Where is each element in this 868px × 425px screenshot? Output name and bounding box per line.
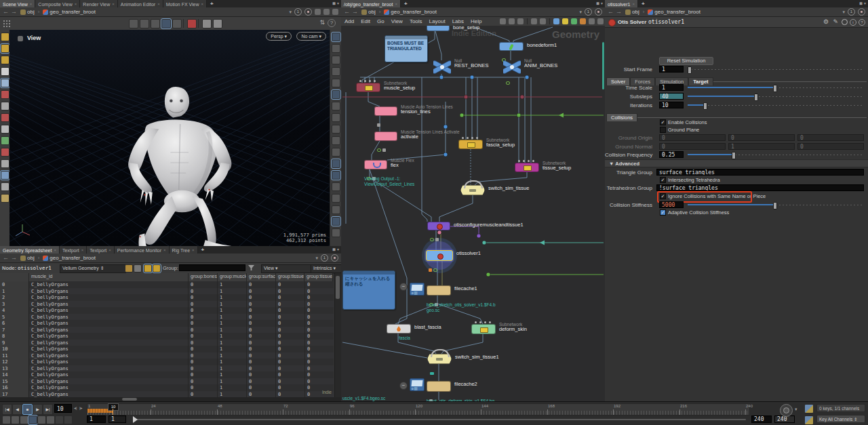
note-bones[interactable]: BONES MUST BE TRIANGULATED xyxy=(384,35,428,62)
checkbox-ground-plane[interactable] xyxy=(660,127,666,133)
input-dot[interactable] xyxy=(359,80,361,82)
note-cache[interactable]: にキャッシュを入れる縮される xyxy=(342,270,395,310)
tab-scene-view[interactable]: Scene View× xyxy=(0,0,35,7)
pose-tool-icon[interactable] xyxy=(1,90,9,99)
param-field-ground-normal-0[interactable]: 0 xyxy=(659,143,726,150)
tab-motion-fx-view[interactable]: Motion FX View× xyxy=(163,0,207,7)
table-row[interactable]: 10C_bellyOrgans01000 xyxy=(0,346,334,352)
handles-icon[interactable] xyxy=(332,159,340,168)
new-tab-button[interactable]: + xyxy=(198,246,208,254)
menu-tools[interactable]: Tools xyxy=(406,17,426,26)
node-otisconfiguremuscleandtissue1[interactable] xyxy=(427,222,450,230)
sync-badge[interactable]: 1 xyxy=(848,8,855,16)
color-palette-icon[interactable] xyxy=(553,18,559,24)
node-fascia-setup[interactable] xyxy=(458,140,483,149)
table-row[interactable]: 3C_bellyOrgans01000 xyxy=(0,301,334,308)
input-dot[interactable] xyxy=(484,321,486,323)
rocket-icon[interactable] xyxy=(1,113,9,122)
snapshot-icon[interactable] xyxy=(332,33,340,41)
column-header-group-muscles[interactable]: group:muscles, xyxy=(218,273,247,281)
node-value[interactable]: otissolver1 xyxy=(18,265,52,271)
section-advanced[interactable]: ▼ Advanced xyxy=(605,159,868,167)
magnifier-icon[interactable] xyxy=(842,19,848,25)
node-deform-skin[interactable] xyxy=(471,324,496,334)
sort-icon[interactable]: ⇅ xyxy=(319,19,325,26)
network-canvas[interactable]: Indie Edition Geometry uscle_v1.$F4.bgeo… xyxy=(341,26,605,401)
param-field-ground-origin-1[interactable]: 0 xyxy=(728,134,795,141)
camera-pill[interactable]: No cam ▾ xyxy=(296,32,326,41)
list-view-icon[interactable] xyxy=(540,18,546,24)
checkbox-adaptive-collision-stiffness[interactable]: ✓ xyxy=(660,209,666,216)
cell-icon[interactable] xyxy=(134,264,142,272)
close-icon[interactable]: × xyxy=(201,2,204,6)
cook-icon[interactable] xyxy=(331,254,338,262)
breadcrumb-node[interactable]: geo_transfer_broot xyxy=(646,9,702,15)
stop-record-icon[interactable] xyxy=(187,19,197,28)
pane-menu-icon[interactable]: ◼ ▾ xyxy=(857,0,868,7)
column-header-group-tissue-co[interactable]: group:tissue_co xyxy=(304,273,333,281)
table-row[interactable]: 15C_bellyOrgans01000 xyxy=(0,378,334,385)
dropdown-arrow-icon[interactable]: ▾ xyxy=(579,9,582,15)
viewport[interactable]: View Persp ▾ No cam ▾ 1,991,577 prims462… xyxy=(9,30,330,246)
step-back-button[interactable]: ◂| xyxy=(74,405,77,410)
attribute-palette-icon[interactable] xyxy=(125,264,133,272)
teal-tag-icon[interactable] xyxy=(430,372,434,375)
range-substart-field[interactable]: 1 xyxy=(108,416,126,423)
table-row[interactable]: 9C_bellyOrgans01000 xyxy=(0,340,334,346)
input-dot[interactable] xyxy=(532,160,534,162)
collapse-note-button[interactable]: − xyxy=(399,283,408,291)
param-field-ground-origin-2[interactable]: 0 xyxy=(797,134,864,141)
collapse-note-button[interactable]: − xyxy=(399,382,408,390)
menu-labs[interactable]: Labs xyxy=(449,17,467,26)
next-key-icon[interactable] xyxy=(64,416,73,424)
dynamics-icon[interactable] xyxy=(1,171,9,180)
back-arrow-icon[interactable]: ← xyxy=(344,9,350,15)
go-start-button[interactable]: |◀ xyxy=(2,404,12,415)
help-icon[interactable]: ? xyxy=(328,19,336,27)
close-icon[interactable]: × xyxy=(54,248,56,252)
geometry-box-icon[interactable] xyxy=(1,56,9,64)
range-slider-handle[interactable] xyxy=(133,416,138,423)
muscle-model[interactable] xyxy=(111,85,240,246)
checkbox-intersecting-tetrahedra[interactable]: ✓ xyxy=(660,177,666,183)
headlight-icon[interactable] xyxy=(332,67,340,76)
param-field-iterations[interactable]: 10 xyxy=(659,102,684,108)
breadcrumb-node[interactable]: geo_transfer_broot xyxy=(41,255,97,261)
back-arrow-icon[interactable]: ← xyxy=(3,255,9,261)
help-icon[interactable]: ? xyxy=(859,19,865,26)
skull-icon[interactable] xyxy=(202,19,212,28)
tab-animation-editor[interactable]: Animation Editor× xyxy=(118,0,163,7)
fields-icon[interactable] xyxy=(332,194,340,203)
flags-icon[interactable] xyxy=(571,18,577,24)
tools-icon[interactable] xyxy=(500,18,506,24)
node-muscle-setup[interactable] xyxy=(356,83,380,92)
table-row[interactable]: 4C_bellyOrgans01000 xyxy=(0,307,334,314)
environment-light-icon[interactable] xyxy=(1,44,9,53)
snap-icon[interactable] xyxy=(161,19,171,28)
lock-icon[interactable] xyxy=(382,148,386,152)
select-arrow-icon[interactable] xyxy=(1,67,9,76)
cook-icon[interactable] xyxy=(304,8,312,16)
close-icon[interactable]: × xyxy=(112,2,115,6)
menu-edit[interactable]: Edit xyxy=(357,17,374,26)
dopesheet-icon[interactable] xyxy=(37,416,46,424)
info-icon[interactable]: i xyxy=(850,19,856,26)
column-header-group-surface-t[interactable]: group:surface_t xyxy=(247,273,276,281)
input-dot[interactable] xyxy=(471,137,473,139)
table-row[interactable]: 16C_bellyOrgans01000 xyxy=(0,384,334,391)
dropdown-arrow-icon[interactable]: ▾ xyxy=(315,256,318,261)
node-flex[interactable] xyxy=(364,160,387,169)
node-rest-bones[interactable] xyxy=(433,60,451,74)
prev-key-icon[interactable] xyxy=(55,416,64,424)
pane-grip-icon[interactable] xyxy=(3,20,11,27)
node-tissue-setup[interactable] xyxy=(515,163,539,172)
param-field-start-frame[interactable]: 1 xyxy=(659,66,684,73)
folder-tab-collisions[interactable]: Collisions xyxy=(606,113,637,121)
overlay-icon[interactable] xyxy=(332,217,340,226)
checkbox-ignore-collisions-with-same-name-or-piece[interactable]: ✓ xyxy=(660,193,666,199)
new-tab-button[interactable]: + xyxy=(401,0,411,7)
column-header-muscle-id[interactable]: muscle_id xyxy=(29,273,189,281)
back-arrow-icon[interactable]: ← xyxy=(3,9,9,15)
gear-icon[interactable]: ⚙ xyxy=(823,18,829,25)
step-forward-button[interactable]: |▸ xyxy=(79,405,83,410)
